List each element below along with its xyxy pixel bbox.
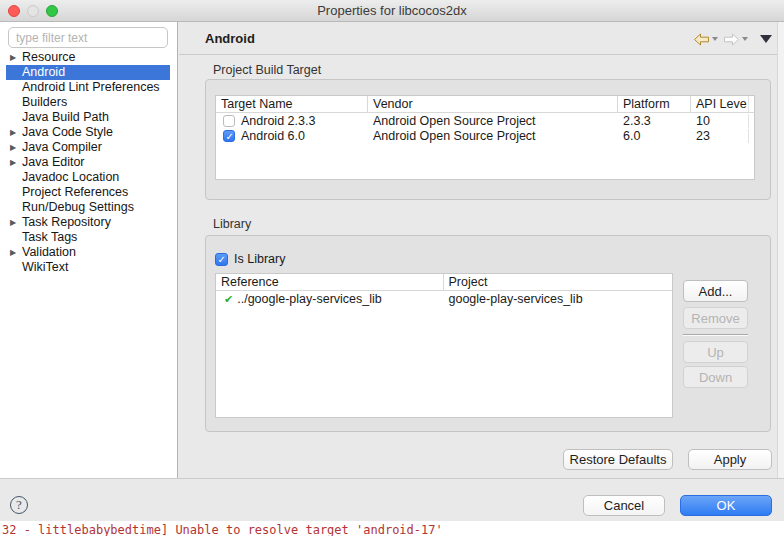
table-row[interactable]: ✔ ../google-play-services_lib google-pla… (216, 291, 672, 307)
add-button[interactable]: Add... (683, 280, 748, 302)
check-icon: ✓ (226, 130, 234, 143)
expand-triangle-icon[interactable]: ▶ (10, 155, 16, 170)
up-button[interactable]: Up (683, 341, 748, 363)
vendor-cell: Android Open Source Project (368, 114, 618, 128)
back-arrow-icon[interactable] (693, 33, 710, 46)
ok-button[interactable]: OK (680, 495, 772, 516)
table-header-row: Target Name Vendor Platform API Leve (216, 96, 754, 113)
properties-dialog: Properties for libcocos2dx ▶ Resource An… (0, 0, 784, 521)
dialog-button-bar: ? (0, 478, 784, 521)
platform-cell: 6.0 (618, 129, 691, 143)
console-strip: 32 - littlebabybedtime] Unable to resolv… (0, 521, 784, 536)
sidebar-item-android-lint-preferences[interactable]: Android Lint Preferences (0, 80, 178, 95)
button-separator (683, 334, 748, 336)
sidebar-item-label: Task Repository (22, 215, 111, 229)
table-header-row: Reference Project (216, 274, 672, 291)
scroll-gutter (777, 22, 784, 478)
target-name: Android 2.3.3 (241, 114, 315, 128)
is-library-checkbox[interactable]: ✓ (215, 253, 228, 266)
sidebar-item-project-references[interactable]: Project References (0, 185, 178, 200)
sidebar-item-label: Builders (22, 95, 67, 109)
view-menu-icon[interactable] (760, 35, 772, 43)
sidebar-item-label: Java Editor (22, 155, 85, 169)
page-title: Android (205, 22, 255, 55)
vendor-cell: Android Open Source Project (368, 129, 618, 143)
history-navigation (693, 31, 772, 47)
column-header-api-level[interactable]: API Leve (691, 96, 749, 112)
sidebar: ▶ Resource Android Android Lint Preferen… (0, 22, 178, 478)
target-name: Android 6.0 (241, 129, 305, 143)
target-checkbox[interactable] (223, 115, 235, 127)
sidebar-item-java-editor[interactable]: ▶ Java Editor (0, 155, 178, 170)
expand-triangle-icon[interactable]: ▶ (10, 50, 16, 65)
column-header-reference[interactable]: Reference (216, 274, 444, 290)
help-icon[interactable]: ? (10, 496, 28, 514)
build-target-group-label: Project Build Target (213, 63, 321, 77)
sidebar-item-label: Task Tags (22, 230, 77, 244)
forward-dropdown-icon[interactable] (742, 37, 748, 41)
page-header: Android (179, 22, 784, 55)
table-row[interactable]: Android 2.3.3 Android Open Source Projec… (216, 113, 754, 128)
sidebar-item-validation[interactable]: ▶ Validation (0, 245, 178, 260)
sidebar-item-resource[interactable]: ▶ Resource (0, 50, 178, 65)
cancel-button[interactable]: Cancel (583, 495, 665, 516)
sidebar-item-task-repository[interactable]: ▶ Task Repository (0, 215, 178, 230)
expand-triangle-icon[interactable]: ▶ (10, 215, 16, 230)
sidebar-item-javadoc-location[interactable]: Javadoc Location (0, 170, 178, 185)
sidebar-item-label: WikiText (22, 260, 69, 274)
library-group-label: Library (213, 217, 251, 231)
window-title: Properties for libcocos2dx (0, 0, 784, 22)
table-row[interactable]: ✓ Android 6.0 Android Open Source Projec… (216, 128, 754, 143)
expand-triangle-icon[interactable]: ▶ (10, 125, 16, 140)
sidebar-item-label: Javadoc Location (22, 170, 119, 184)
apply-button[interactable]: Apply (688, 449, 772, 470)
column-header-project[interactable]: Project (444, 274, 673, 290)
preferences-tree: ▶ Resource Android Android Lint Preferen… (0, 50, 178, 275)
platform-cell: 2.3.3 (618, 114, 691, 128)
is-library-row[interactable]: ✓ Is Library (215, 252, 285, 266)
sidebar-item-label: Java Code Style (22, 125, 113, 139)
sidebar-item-android[interactable]: Android (6, 65, 170, 80)
column-header-platform[interactable]: Platform (618, 96, 691, 112)
column-header-vendor[interactable]: Vendor (368, 96, 618, 112)
api-level-cell: 10 (691, 114, 749, 128)
check-icon: ✓ (218, 253, 226, 266)
sidebar-item-label: Validation (22, 245, 76, 259)
sidebar-item-builders[interactable]: Builders (0, 95, 178, 110)
sidebar-item-task-tags[interactable]: Task Tags (0, 230, 178, 245)
expand-triangle-icon[interactable]: ▶ (10, 140, 16, 155)
target-checkbox[interactable]: ✓ (223, 130, 235, 142)
expand-triangle-icon[interactable]: ▶ (10, 245, 16, 260)
remove-button[interactable]: Remove (683, 307, 748, 329)
sidebar-item-label: Android (22, 65, 65, 79)
restore-defaults-button[interactable]: Restore Defaults (563, 449, 673, 470)
sidebar-item-java-build-path[interactable]: Java Build Path (0, 110, 178, 125)
library-references-table[interactable]: Reference Project ✔ ../google-play-servi… (215, 273, 673, 418)
sidebar-item-label: Resource (22, 50, 76, 64)
column-header-target-name[interactable]: Target Name (216, 96, 368, 112)
sidebar-item-wikitext[interactable]: WikiText (0, 260, 178, 275)
reference-cell: ../google-play-services_lib (237, 292, 382, 306)
sidebar-item-label: Android Lint Preferences (22, 80, 160, 94)
project-cell: google-play-services_lib (444, 292, 673, 306)
filter-input[interactable] (8, 27, 168, 48)
sidebar-item-run-debug-settings[interactable]: Run/Debug Settings (0, 200, 178, 215)
sidebar-item-java-compiler[interactable]: ▶ Java Compiler (0, 140, 178, 155)
sidebar-item-label: Java Compiler (22, 140, 102, 154)
is-library-label: Is Library (234, 252, 285, 266)
back-dropdown-icon[interactable] (712, 37, 718, 41)
sidebar-item-label: Project References (22, 185, 128, 199)
down-button[interactable]: Down (683, 366, 748, 388)
sidebar-item-java-code-style[interactable]: ▶ Java Code Style (0, 125, 178, 140)
build-target-table[interactable]: Target Name Vendor Platform API Leve And… (215, 95, 755, 180)
sidebar-item-label: Run/Debug Settings (22, 200, 134, 214)
title-bar[interactable]: Properties for libcocos2dx (0, 0, 784, 22)
console-error-text: 32 - littlebabybedtime] Unable to resolv… (2, 523, 443, 536)
green-check-icon: ✔ (224, 293, 233, 306)
forward-arrow-icon (723, 33, 740, 46)
sidebar-item-label: Java Build Path (22, 110, 109, 124)
api-level-cell: 23 (691, 129, 749, 143)
